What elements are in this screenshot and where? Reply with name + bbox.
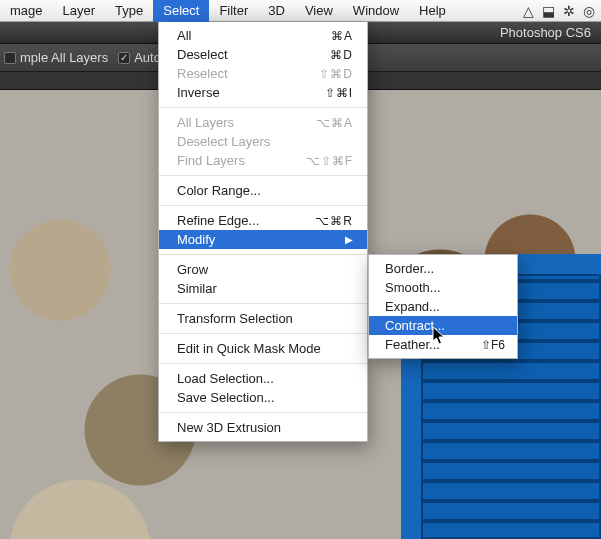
submenu-item-contract[interactable]: Contract... [369,316,517,335]
modify-submenu: Border... Smooth... Expand... Contract..… [368,254,518,359]
sample-all-layers-checkbox[interactable]: mple All Layers [4,50,108,65]
menu-item-refine-edge[interactable]: Refine Edge...⌥⌘R [159,211,367,230]
menu-image[interactable]: mage [0,0,53,22]
menu-item-grow[interactable]: Grow [159,260,367,279]
sample-all-layers-label: mple All Layers [20,50,108,65]
menu-item-all[interactable]: All⌘A [159,26,367,45]
menu-item-similar[interactable]: Similar [159,279,367,298]
menu-item-deselect-layers: Deselect Layers [159,132,367,151]
menu-item-load-selection[interactable]: Load Selection... [159,369,367,388]
submenu-item-feather[interactable]: Feather...⇧F6 [369,335,517,354]
drive-icon[interactable]: △ [523,3,534,19]
dropbox-icon[interactable]: ⬓ [542,3,555,19]
menu-item-quick-mask[interactable]: Edit in Quick Mask Mode [159,339,367,358]
menu-item-find-layers: Find Layers⌥⇧⌘F [159,151,367,170]
menu-view[interactable]: View [295,0,343,22]
submenu-item-border[interactable]: Border... [369,259,517,278]
menu-item-inverse[interactable]: Inverse⇧⌘I [159,83,367,102]
menu-item-modify[interactable]: Modify▶ [159,230,367,249]
menu-3d[interactable]: 3D [258,0,295,22]
menu-help[interactable]: Help [409,0,456,22]
menu-item-new-3d-extrusion[interactable]: New 3D Extrusion [159,418,367,437]
menu-item-save-selection[interactable]: Save Selection... [159,388,367,407]
menu-item-deselect[interactable]: Deselect⌘D [159,45,367,64]
select-menu-dropdown: All⌘A Deselect⌘D Reselect⇧⌘D Inverse⇧⌘I … [158,22,368,442]
menu-filter[interactable]: Filter [209,0,258,22]
mac-menubar: mage Layer Type Select Filter 3D View Wi… [0,0,601,22]
menu-layer[interactable]: Layer [53,0,106,22]
checkbox-box: ✓ [118,52,130,64]
cc-icon[interactable]: ◎ [583,3,595,19]
menu-type[interactable]: Type [105,0,153,22]
submenu-item-smooth[interactable]: Smooth... [369,278,517,297]
menubar-status-area: △ ⬓ ✲ ◎ [523,3,601,19]
checkbox-box [4,52,16,64]
app-title: Photoshop CS6 [500,25,591,40]
menu-window[interactable]: Window [343,0,409,22]
submenu-item-expand[interactable]: Expand... [369,297,517,316]
menu-item-color-range[interactable]: Color Range... [159,181,367,200]
menu-item-all-layers: All Layers⌥⌘A [159,113,367,132]
submenu-arrow-icon: ▶ [345,234,353,245]
sync-icon[interactable]: ✲ [563,3,575,19]
menu-select[interactable]: Select [153,0,209,22]
menu-item-transform-selection[interactable]: Transform Selection [159,309,367,328]
menu-item-reselect: Reselect⇧⌘D [159,64,367,83]
